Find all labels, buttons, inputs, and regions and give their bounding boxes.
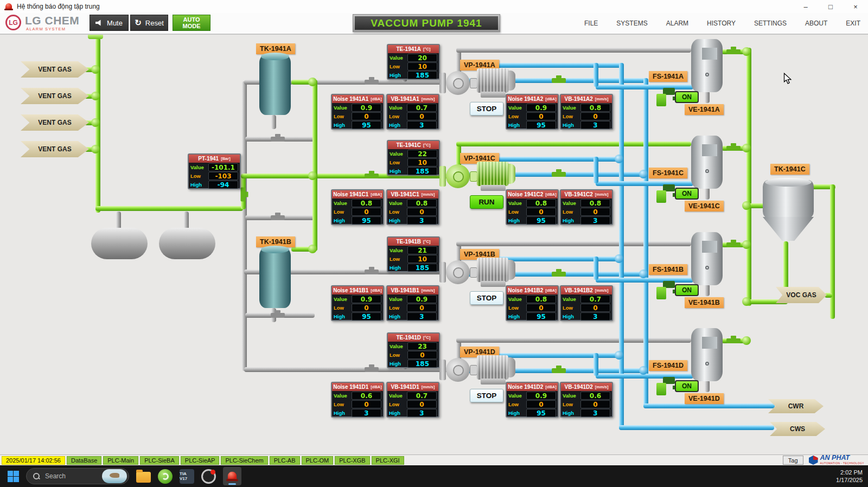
panel-low: 0 (580, 304, 610, 312)
flow-switch-status-button[interactable]: ON (675, 188, 699, 200)
mute-icon (95, 20, 103, 26)
auto-mode-label: AUTO MODE (176, 16, 207, 29)
pipe-valve (365, 367, 379, 372)
panel-row-label: High (563, 217, 579, 223)
pipe-segment (830, 184, 835, 319)
plc-status-plc-ab[interactable]: PLC-AB (270, 456, 300, 465)
panel-value: 0.6 (352, 392, 381, 400)
pump-state-button[interactable]: STOP (470, 291, 503, 305)
mute-button[interactable]: Mute (90, 15, 129, 31)
pump-state-button[interactable]: RUN (470, 195, 503, 209)
vent-gas-text: VENT GAS (38, 119, 71, 126)
alarm-app-taskbar-icon[interactable] (223, 467, 241, 485)
vessel-graphic (691, 232, 723, 285)
minimize-button[interactable]: – (793, 0, 818, 13)
panel-high: 3 (407, 121, 437, 129)
panel-high: 95 (352, 216, 381, 225)
panel-low: 0 (580, 400, 610, 408)
plc-status-plc-sieba[interactable]: PLC-SieBA (140, 456, 179, 465)
pipe-segment (619, 425, 774, 430)
pump-graphic (439, 56, 522, 100)
green-app-icon[interactable] (158, 469, 173, 484)
panel-row-label: Value (334, 200, 350, 206)
panel-vb-1941d1: VB-1941D1[mm/s] Value0.7 Low0 High3 (386, 382, 439, 418)
lg-logo-mark: LG (9, 19, 18, 27)
horizontal-tank-1 (91, 228, 148, 259)
panel-unit: [dBA] (371, 192, 381, 197)
alarm-siren-icon (226, 471, 238, 481)
close-button[interactable]: × (843, 0, 868, 13)
menu-item-history[interactable]: HISTORY (707, 20, 736, 27)
menu-item-settings[interactable]: SETTINGS (754, 20, 787, 27)
panel-row-label: High (508, 313, 525, 319)
pipe-valve (241, 188, 246, 202)
search-placeholder: Search (45, 472, 66, 480)
plc-status-plc-om[interactable]: PLC-OM (302, 456, 334, 465)
windows-start-icon[interactable] (8, 471, 19, 482)
process-canvas: TK-1941A TK-1941B TK-1941C VOC GAS CWR C… (0, 0, 868, 487)
file-explorer-icon[interactable] (136, 472, 151, 483)
panel-unit: [mm/s] (595, 97, 609, 101)
flow-switch-status-button[interactable]: ON (675, 380, 699, 392)
maximize-button[interactable]: □ (818, 0, 843, 13)
lg-logo-icon: LG (5, 15, 21, 30)
taskbar: Search TIA V17 2:02 PM 1/17/2025 (0, 465, 868, 487)
search-input[interactable]: Search (26, 468, 129, 484)
reset-label: Reset (145, 19, 164, 27)
pipe-segment (242, 81, 247, 371)
pump-state-button[interactable]: STOP (470, 102, 503, 116)
menu-item-alarm[interactable]: ALARM (666, 20, 688, 27)
recorder-app-icon[interactable] (201, 469, 216, 484)
panel-high: 3 (580, 216, 610, 225)
pipe-junction (91, 145, 100, 153)
taskbar-clock[interactable]: 2:02 PM 1/17/2025 (836, 465, 863, 487)
panel-row-label: High (508, 217, 525, 223)
panel-row-label: Value (334, 393, 350, 399)
plc-status-plc-xgb[interactable]: PLC-XGB (335, 456, 369, 465)
flow-switch-status-button[interactable]: ON (675, 91, 699, 103)
panel-noise-1941a1: Noise 1941A1[dBA] Value0.9 Low0 High95 (331, 94, 384, 130)
page-title: VACCUM PUMP 1941 (355, 16, 498, 30)
panel-title: VB-1941C2 (565, 191, 593, 197)
menu-item-about[interactable]: ABOUT (805, 20, 827, 27)
menu-item-systems[interactable]: SYSTEMS (616, 20, 647, 27)
panel-row-label: High (389, 313, 405, 319)
vent-gas-label: VENT GAS (21, 141, 89, 157)
tank-tk1941b (259, 247, 291, 308)
panel-unit: [dBA] (545, 385, 556, 389)
panel-low: 0 (526, 304, 556, 312)
pipe-segment (312, 80, 317, 251)
panel-low: 0 (526, 400, 556, 408)
panel-value: 0.8 (526, 199, 556, 207)
flow-label-cwr: CWR (768, 399, 824, 413)
reset-button[interactable]: ↻Reset (130, 15, 168, 31)
menu-item-exit[interactable]: EXIT (846, 20, 860, 27)
panel-value: 0.7 (407, 104, 437, 112)
panel-high: 185 (407, 167, 437, 175)
flow-switch-status-button[interactable]: ON (675, 284, 699, 296)
panel-low: 0 (407, 208, 437, 216)
panel-low: 0 (352, 208, 381, 216)
plc-status-plc-main[interactable]: PLC-Main (103, 456, 138, 465)
plc-status-plc-siechem[interactable]: PLC-SieChem (221, 456, 267, 465)
pipe-valve (271, 313, 285, 318)
auto-mode-button[interactable]: AUTO MODE (173, 15, 210, 31)
panel-high: 95 (352, 312, 381, 321)
plc-status-plc-xgi[interactable]: PLC-XGI (372, 456, 404, 465)
tia-portal-icon[interactable]: TIA V17 (180, 469, 194, 484)
panel-title: TE-1941D (397, 335, 422, 341)
pipe-segment (116, 212, 121, 230)
plc-status-database[interactable]: DataBase (67, 456, 101, 465)
vessel-label: VE-1941A (685, 104, 724, 115)
plc-status-plc-sieap[interactable]: PLC-SieAP (181, 456, 220, 465)
tag-button[interactable]: Tag (783, 456, 803, 465)
vessel-graphic (691, 328, 723, 381)
panel-unit: [mm/s] (422, 385, 435, 389)
panel-title: PT-1941 (198, 156, 219, 162)
pump-state-button[interactable]: STOP (470, 389, 503, 402)
panel-row-label: High (563, 410, 579, 416)
panel-low: 0 (407, 112, 437, 120)
menu-item-file[interactable]: FILE (584, 20, 598, 27)
panel-row-label: Value (390, 55, 406, 61)
pipe-junction (308, 171, 317, 180)
